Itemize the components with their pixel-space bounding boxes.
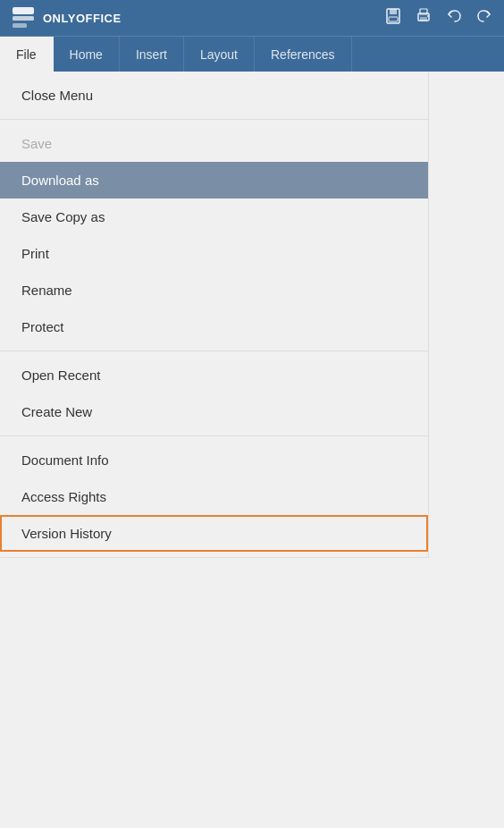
tab-home[interactable]: Home [54, 37, 120, 72]
svg-rect-2 [13, 23, 27, 28]
app-name: ONLYOFFICE [43, 12, 122, 25]
tab-layout[interactable]: Layout [184, 37, 255, 72]
menu-section-1: Close Menu [0, 72, 428, 120]
save-menu-item: Save [0, 125, 428, 162]
onlyoffice-logo-icon [11, 5, 36, 30]
menu-section-4: Document Info Access Rights Version Hist… [0, 436, 428, 558]
print-menu-item[interactable]: Print [0, 235, 428, 272]
tab-insert[interactable]: Insert [120, 37, 184, 72]
open-recent-menu-item[interactable]: Open Recent [0, 357, 428, 393]
menu-section-2: Save Download as Save Copy as Print Rena… [0, 120, 428, 351]
svg-rect-4 [390, 9, 397, 14]
menu-section-3: Open Recent Create New [0, 351, 428, 436]
svg-rect-8 [420, 17, 427, 21]
access-rights-menu-item[interactable]: Access Rights [0, 478, 428, 515]
svg-rect-5 [389, 17, 398, 21]
tab-file[interactable]: File [0, 37, 54, 72]
svg-rect-1 [13, 16, 34, 21]
svg-point-9 [427, 15, 429, 17]
save-copy-as-menu-item[interactable]: Save Copy as [0, 199, 428, 235]
close-menu-item[interactable]: Close Menu [0, 77, 428, 114]
undo-icon[interactable] [445, 7, 463, 30]
logo-area: ONLYOFFICE [11, 5, 122, 30]
tab-bar: File Home Insert Layout References [0, 36, 504, 72]
redo-icon[interactable] [475, 7, 493, 30]
version-history-menu-item[interactable]: Version History [0, 515, 428, 552]
svg-rect-0 [13, 7, 34, 14]
protect-menu-item[interactable]: Protect [0, 308, 428, 345]
download-as-menu-item[interactable]: Download as [0, 162, 428, 199]
toolbar: ONLYOFFICE [0, 0, 504, 36]
create-new-menu-item[interactable]: Create New [0, 393, 428, 430]
menu-panel: Close Menu Save Download as Save Copy as… [0, 72, 429, 558]
print-icon[interactable] [415, 7, 433, 30]
toolbar-icons [384, 7, 493, 30]
rename-menu-item[interactable]: Rename [0, 272, 428, 308]
save-icon[interactable] [384, 7, 402, 30]
tab-references[interactable]: References [255, 37, 352, 72]
document-info-menu-item[interactable]: Document Info [0, 442, 428, 478]
